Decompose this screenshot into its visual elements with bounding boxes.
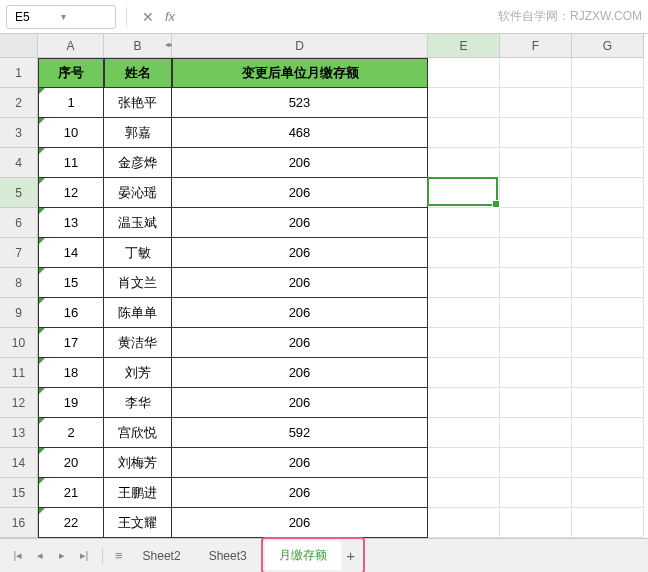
- cell-g15[interactable]: [572, 478, 644, 508]
- cell-name-14[interactable]: 王文耀: [104, 508, 172, 538]
- cell-f6[interactable]: [500, 208, 572, 238]
- cell-f7[interactable]: [500, 238, 572, 268]
- cell-g16[interactable]: [572, 508, 644, 538]
- row-header-16[interactable]: 16: [0, 508, 38, 538]
- sheet-nav-prev[interactable]: ◂: [30, 546, 50, 566]
- cell-amount-13[interactable]: 206: [172, 478, 428, 508]
- cell-e15[interactable]: [428, 478, 500, 508]
- cell-name-8[interactable]: 黄洁华: [104, 328, 172, 358]
- cell-amount-7[interactable]: 206: [172, 298, 428, 328]
- row-header-8[interactable]: 8: [0, 268, 38, 298]
- cell-e4[interactable]: [428, 148, 500, 178]
- cell-e10[interactable]: [428, 328, 500, 358]
- cell-amount-5[interactable]: 206: [172, 238, 428, 268]
- cell-amount-1[interactable]: 468: [172, 118, 428, 148]
- cell-g6[interactable]: [572, 208, 644, 238]
- row-header-6[interactable]: 6: [0, 208, 38, 238]
- cell-g12[interactable]: [572, 388, 644, 418]
- cell-name-13[interactable]: 王鹏进: [104, 478, 172, 508]
- cell-e5[interactable]: [428, 178, 500, 208]
- cell-e14[interactable]: [428, 448, 500, 478]
- cell-e3[interactable]: [428, 118, 500, 148]
- row-header-10[interactable]: 10: [0, 328, 38, 358]
- header-cell-amount[interactable]: 变更后单位月缴存额: [172, 58, 428, 88]
- cell-f14[interactable]: [500, 448, 572, 478]
- cell-e11[interactable]: [428, 358, 500, 388]
- cell-seq-1[interactable]: 10: [38, 118, 104, 148]
- cancel-icon[interactable]: ✕: [137, 6, 159, 28]
- cell-amount-2[interactable]: 206: [172, 148, 428, 178]
- cell-f10[interactable]: [500, 328, 572, 358]
- column-header-e[interactable]: E: [428, 34, 500, 58]
- cell-name-0[interactable]: 张艳平: [104, 88, 172, 118]
- cell-e12[interactable]: [428, 388, 500, 418]
- cell-g4[interactable]: [572, 148, 644, 178]
- cell-seq-5[interactable]: 14: [38, 238, 104, 268]
- cell-name-5[interactable]: 丁敏: [104, 238, 172, 268]
- cell-g14[interactable]: [572, 448, 644, 478]
- cell-f4[interactable]: [500, 148, 572, 178]
- name-box[interactable]: E5 ▾: [6, 5, 116, 29]
- row-header-5[interactable]: 5: [0, 178, 38, 208]
- select-all-corner[interactable]: [0, 34, 38, 58]
- cell-seq-10[interactable]: 19: [38, 388, 104, 418]
- column-header-f[interactable]: F: [500, 34, 572, 58]
- cell-name-2[interactable]: 金彦烨: [104, 148, 172, 178]
- cell-amount-11[interactable]: 592: [172, 418, 428, 448]
- cell-f5[interactable]: [500, 178, 572, 208]
- cell-name-6[interactable]: 肖文兰: [104, 268, 172, 298]
- cell-amount-10[interactable]: 206: [172, 388, 428, 418]
- cell-name-11[interactable]: 宫欣悦: [104, 418, 172, 448]
- column-header-d[interactable]: D: [172, 34, 428, 58]
- header-cell-seq[interactable]: 序号: [38, 58, 104, 88]
- cell-name-3[interactable]: 晏沁瑶: [104, 178, 172, 208]
- cell-g5[interactable]: [572, 178, 644, 208]
- cell-seq-4[interactable]: 13: [38, 208, 104, 238]
- cell-name-4[interactable]: 温玉斌: [104, 208, 172, 238]
- sheet-nav-last[interactable]: ▸|: [74, 546, 94, 566]
- add-sheet-button[interactable]: +: [341, 547, 361, 564]
- cell-seq-13[interactable]: 21: [38, 478, 104, 508]
- cell-amount-12[interactable]: 206: [172, 448, 428, 478]
- cell-g13[interactable]: [572, 418, 644, 448]
- cell-f12[interactable]: [500, 388, 572, 418]
- cell-g10[interactable]: [572, 328, 644, 358]
- tab-sheet2[interactable]: Sheet2: [129, 543, 195, 569]
- cell-name-9[interactable]: 刘芳: [104, 358, 172, 388]
- cell-seq-11[interactable]: 2: [38, 418, 104, 448]
- cell-seq-7[interactable]: 16: [38, 298, 104, 328]
- header-cell-name[interactable]: 姓名: [104, 58, 172, 88]
- cell-e8[interactable]: [428, 268, 500, 298]
- row-header-13[interactable]: 13: [0, 418, 38, 448]
- cell-e16[interactable]: [428, 508, 500, 538]
- column-header-b[interactable]: B◂▸: [104, 34, 172, 58]
- row-header-12[interactable]: 12: [0, 388, 38, 418]
- cell-e9[interactable]: [428, 298, 500, 328]
- sheet-nav-next[interactable]: ▸: [52, 546, 72, 566]
- tab-sheet3[interactable]: Sheet3: [195, 543, 261, 569]
- cell-amount-0[interactable]: 523: [172, 88, 428, 118]
- cell-amount-8[interactable]: 206: [172, 328, 428, 358]
- cell-seq-9[interactable]: 18: [38, 358, 104, 388]
- row-header-9[interactable]: 9: [0, 298, 38, 328]
- row-header-14[interactable]: 14: [0, 448, 38, 478]
- cell-amount-4[interactable]: 206: [172, 208, 428, 238]
- cell-f13[interactable]: [500, 418, 572, 448]
- cell-amount-14[interactable]: 206: [172, 508, 428, 538]
- sheet-list-icon[interactable]: ≡: [115, 548, 123, 563]
- row-header-15[interactable]: 15: [0, 478, 38, 508]
- cell-seq-0[interactable]: 1: [38, 88, 104, 118]
- tab-monthly-deposit[interactable]: 月缴存额: [265, 541, 341, 570]
- cell-g3[interactable]: [572, 118, 644, 148]
- cell-f11[interactable]: [500, 358, 572, 388]
- cell-f2[interactable]: [500, 88, 572, 118]
- cell-e6[interactable]: [428, 208, 500, 238]
- cell-f1[interactable]: [500, 58, 572, 88]
- cell-amount-9[interactable]: 206: [172, 358, 428, 388]
- cell-g1[interactable]: [572, 58, 644, 88]
- cell-seq-3[interactable]: 12: [38, 178, 104, 208]
- cell-e7[interactable]: [428, 238, 500, 268]
- cell-e13[interactable]: [428, 418, 500, 448]
- cell-name-7[interactable]: 陈单单: [104, 298, 172, 328]
- cell-g9[interactable]: [572, 298, 644, 328]
